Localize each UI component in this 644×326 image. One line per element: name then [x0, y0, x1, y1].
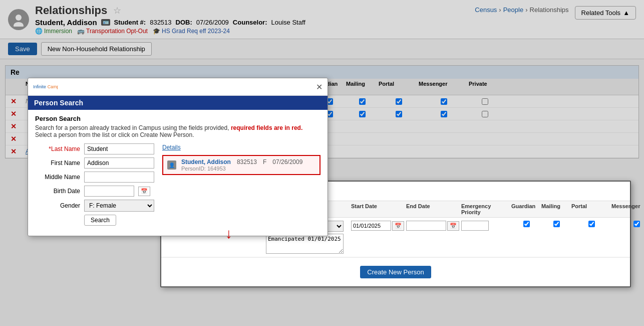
search-row: Search [35, 215, 154, 226]
result-dob: 07/26/2009 [272, 158, 302, 166]
result-info: Student, Addison 832513 F 07/26/2009 Per… [181, 158, 302, 172]
person-search-modal: Infinite Campus ✕ Person Search Person S… [28, 78, 328, 236]
nh-portal-checkbox[interactable] [588, 221, 595, 227]
details-link[interactable]: Details [162, 144, 181, 151]
nh-start-date-input[interactable] [351, 221, 391, 231]
birth-date-label: Birth Date [35, 188, 80, 195]
nh-guardian-checkbox[interactable] [523, 221, 530, 227]
nh-mailing-checkbox[interactable] [553, 221, 560, 227]
result-person-id: PersonID: 164953 [181, 166, 302, 172]
nh-footer: Create New Person [161, 257, 630, 286]
svg-text:Infinite: Infinite [33, 84, 46, 89]
nh-start-date-calendar-button[interactable]: 📅 [392, 221, 404, 231]
result-student-id: 832513 [237, 158, 257, 166]
nh-col-mailing: Mailing [541, 203, 571, 215]
result-name: Student, Addison [181, 158, 231, 166]
result-gender: F [263, 158, 266, 166]
middle-name-row: Middle Name [35, 172, 154, 183]
ic-logo: Infinite Campus [33, 81, 58, 92]
gender-label: Gender [35, 202, 80, 209]
birth-date-input[interactable] [84, 186, 134, 197]
required-note: required fields are in red. [231, 124, 302, 131]
person-icon: 👤 [167, 160, 176, 170]
nh-guardian-cell [511, 221, 541, 227]
nh-notes-textarea[interactable]: Emancipated 01/01/2025 [266, 234, 344, 254]
nh-col-end: End Date [406, 203, 461, 215]
birth-date-calendar-button[interactable]: 📅 [138, 187, 150, 196]
nh-col-emergency: Emergency Priority [461, 203, 511, 215]
last-name-input[interactable] [84, 143, 154, 154]
nh-portal-cell [571, 221, 611, 227]
first-name-row: First Name [35, 157, 154, 169]
main-page: Relationships ☆ Student, Addison 🪪 Stude… [0, 0, 644, 326]
nh-messenger-cell [611, 221, 644, 227]
search-results-area: Details 👤 Student, Addison 832513 F 07/2… [162, 143, 320, 229]
middle-name-label: Middle Name [35, 174, 80, 181]
svg-text:Campus: Campus [48, 84, 58, 89]
result-row-1[interactable]: 👤 Student, Addison 832513 F 07/26/2009 P… [163, 156, 319, 174]
nh-end-date-calendar-button[interactable]: 📅 [447, 221, 459, 231]
last-name-row: *Last Name [35, 143, 154, 154]
modal-subtitle: Person Search [35, 115, 320, 122]
search-results: 👤 Student, Addison 832513 F 07/26/2009 P… [162, 155, 320, 175]
nh-col-portal: Portal [571, 203, 611, 215]
birth-date-row: Birth Date 📅 [35, 186, 154, 197]
down-arrow-indicator: ↓ [225, 226, 232, 242]
gender-row: Gender F: Female M: Male -- Select -- [35, 200, 154, 212]
nh-col-guardian: Guardian [511, 203, 541, 215]
nh-end-date-cell: 📅 [406, 221, 461, 231]
modal-logo-bar: Infinite Campus ✕ [28, 78, 328, 96]
modal-description: Search for a person already tracked in C… [35, 124, 320, 138]
nh-col-start: Start Date [351, 203, 406, 215]
nh-priority-cell [461, 221, 511, 231]
nh-mailing-cell [541, 221, 571, 227]
last-name-label: *Last Name [35, 145, 80, 152]
modal-close-button[interactable]: ✕ [316, 82, 323, 92]
nh-end-date-input[interactable] [406, 221, 446, 231]
nh-priority-input[interactable] [461, 221, 489, 231]
middle-name-input[interactable] [84, 172, 154, 183]
first-name-label: First Name [35, 159, 80, 167]
modal-title-bar: Person Search [28, 96, 328, 110]
nh-col-messenger: Messenger [611, 203, 644, 215]
nh-messenger-checkbox[interactable] [633, 221, 640, 227]
search-button[interactable]: Search [84, 215, 116, 226]
create-person-button[interactable]: Create New Person [360, 266, 431, 278]
search-form: *Last Name First Name Middle Name Birth … [35, 143, 154, 229]
gender-select[interactable]: F: Female M: Male -- Select -- [84, 200, 154, 212]
first-name-input[interactable] [84, 157, 154, 169]
modal-body: Person Search Search for a person alread… [28, 110, 328, 236]
nh-start-date-cell: 📅 [351, 221, 406, 231]
modal-title: Person Search [34, 99, 83, 107]
